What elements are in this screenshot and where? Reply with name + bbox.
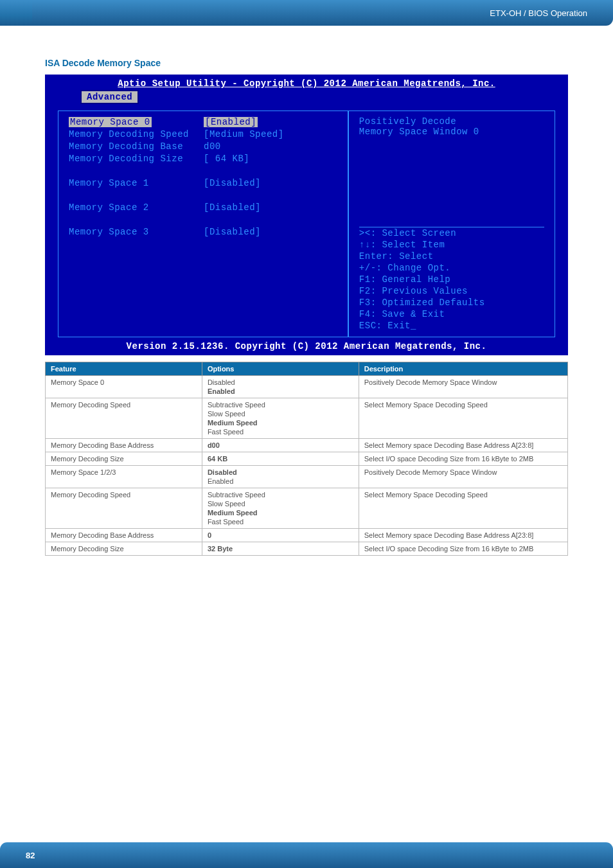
bios-row-memory-space-1[interactable]: Memory Space 1 [Disabled]: [69, 177, 337, 190]
bios-row-memory-decoding-speed[interactable]: Memory Decoding Speed [Medium Speed]: [69, 128, 337, 141]
table-row: Memory Decoding SpeedSubtractive SpeedSl…: [46, 398, 568, 439]
table-row: Memory Decoding Size32 ByteSelect I/O sp…: [46, 542, 568, 556]
bios-nav-line: ><: Select Screen: [359, 227, 544, 239]
cell-options: Subtractive SpeedSlow SpeedMedium SpeedF…: [202, 488, 359, 529]
cell-description: Select Memory space Decoding Base Addres…: [359, 529, 567, 542]
bios-nav-line: ESC: Exit_: [359, 320, 544, 332]
cell-options: DisabledEnabled: [202, 376, 359, 398]
page-footer: 82: [0, 842, 613, 868]
table-row: Memory Decoding Base Addressd00Select Me…: [46, 439, 568, 452]
cell-description: Positively Decode Memory Space Window: [359, 376, 567, 398]
bios-footer: Version 2.15.1236. Copyright (C) 2012 Am…: [45, 337, 568, 355]
bios-row-memory-space-2[interactable]: Memory Space 2 [Disabled]: [69, 202, 337, 214]
header-tab-decoration: [0, 0, 32, 26]
cell-options: 64 KB: [202, 452, 359, 466]
bios-row-memory-decoding-base[interactable]: Memory Decoding Base d00: [69, 141, 337, 153]
cell-description: Select I/O space Decoding Size from 16 k…: [359, 452, 567, 466]
cell-feature: Memory Decoding Size: [46, 452, 202, 466]
cell-description: Select Memory space Decoding Base Addres…: [359, 439, 567, 452]
bios-tabs: Advanced: [45, 90, 568, 104]
table-header-description: Description: [359, 362, 567, 376]
bios-value: [Enabled]: [204, 117, 258, 127]
cell-options: Subtractive SpeedSlow SpeedMedium SpeedF…: [202, 398, 359, 439]
cell-description: Positively Decode Memory Space Window: [359, 466, 567, 488]
cell-feature: Memory Decoding Speed: [46, 488, 202, 529]
bios-value: [Medium Speed]: [204, 128, 337, 141]
bios-label: Memory Decoding Base: [69, 141, 204, 153]
cell-description: Select Memory Space Decoding Speed: [359, 488, 567, 529]
cell-feature: Memory Decoding Speed: [46, 398, 202, 439]
feature-table: Feature Options Description Memory Space…: [45, 362, 568, 556]
bios-tab-advanced[interactable]: Advanced: [80, 90, 139, 104]
bios-nav-line: F1: General Help: [359, 274, 544, 285]
bios-label: Memory Space 1: [69, 177, 204, 190]
cell-description: Select Memory Space Decoding Speed: [359, 398, 567, 439]
section-title: ISA Decode Memory Space: [45, 58, 568, 68]
table-row: Memory Decoding SpeedSubtractive SpeedSl…: [46, 488, 568, 529]
bios-row-memory-decoding-size[interactable]: Memory Decoding Size [ 64 KB]: [69, 153, 337, 165]
bios-help-panel: Positively Decode Memory Space Window 0 …: [349, 111, 555, 337]
bios-label: Memory Space 0: [69, 117, 152, 127]
bios-value: [Disabled]: [204, 177, 337, 190]
cell-feature: Memory Decoding Base Address: [46, 529, 202, 542]
cell-feature: Memory Decoding Base Address: [46, 439, 202, 452]
bios-label: Memory Decoding Size: [69, 153, 204, 165]
bios-nav-line: ↑↓: Select Item: [359, 239, 544, 251]
cell-options: 32 Byte: [202, 542, 359, 556]
cell-feature: Memory Decoding Size: [46, 542, 202, 556]
page-header: ETX-OH / BIOS Operation: [0, 0, 613, 26]
table-header-options: Options: [202, 362, 359, 376]
bios-main-panel: Memory Space 0 [Enabled] Memory Decoding…: [58, 111, 349, 337]
bios-nav-line: F4: Save & Exit: [359, 308, 544, 320]
table-header-feature: Feature: [46, 362, 202, 376]
bios-help-line: Positively Decode: [359, 116, 544, 127]
table-row: Memory Space 0DisabledEnabledPositively …: [46, 376, 568, 398]
table-row: Memory Decoding Size64 KBSelect I/O spac…: [46, 452, 568, 466]
bios-nav-line: F3: Optimized Defaults: [359, 297, 544, 308]
cell-feature: Memory Space 0: [46, 376, 202, 398]
page-number: 82: [26, 851, 35, 860]
bios-label: Memory Space 3: [69, 226, 204, 238]
table-row: Memory Decoding Base Address0Select Memo…: [46, 529, 568, 542]
table-row: Memory Space 1/2/3DisabledEnabledPositiv…: [46, 466, 568, 488]
bios-screenshot: Aptio Setup Utility - Copyright (C) 2012…: [45, 75, 568, 355]
bios-nav-line: F2: Previous Values: [359, 285, 544, 297]
bios-value: d00: [204, 141, 337, 153]
bios-label: Memory Space 2: [69, 202, 204, 214]
bios-row-memory-space-3[interactable]: Memory Space 3 [Disabled]: [69, 226, 337, 238]
cell-feature: Memory Space 1/2/3: [46, 466, 202, 488]
bios-value: [ 64 KB]: [204, 153, 337, 165]
cell-options: DisabledEnabled: [202, 466, 359, 488]
bios-value: [Disabled]: [204, 226, 337, 238]
bios-value: [Disabled]: [204, 202, 337, 214]
bios-nav-help: ><: Select Screen ↑↓: Select Item Enter:…: [359, 227, 544, 332]
breadcrumb: ETX-OH / BIOS Operation: [490, 8, 587, 18]
bios-title: Aptio Setup Utility - Copyright (C) 2012…: [45, 75, 568, 89]
cell-options: d00: [202, 439, 359, 452]
bios-help-line: Memory Space Window 0: [359, 127, 544, 137]
cell-options: 0: [202, 529, 359, 542]
table-header-row: Feature Options Description: [46, 362, 568, 376]
cell-description: Select I/O space Decoding Size from 16 k…: [359, 542, 567, 556]
bios-nav-line: +/-: Change Opt.: [359, 262, 544, 274]
bios-label: Memory Decoding Speed: [69, 128, 204, 141]
bios-row-memory-space-0[interactable]: Memory Space 0 [Enabled]: [69, 116, 337, 128]
bios-nav-line: Enter: Select: [359, 251, 544, 262]
